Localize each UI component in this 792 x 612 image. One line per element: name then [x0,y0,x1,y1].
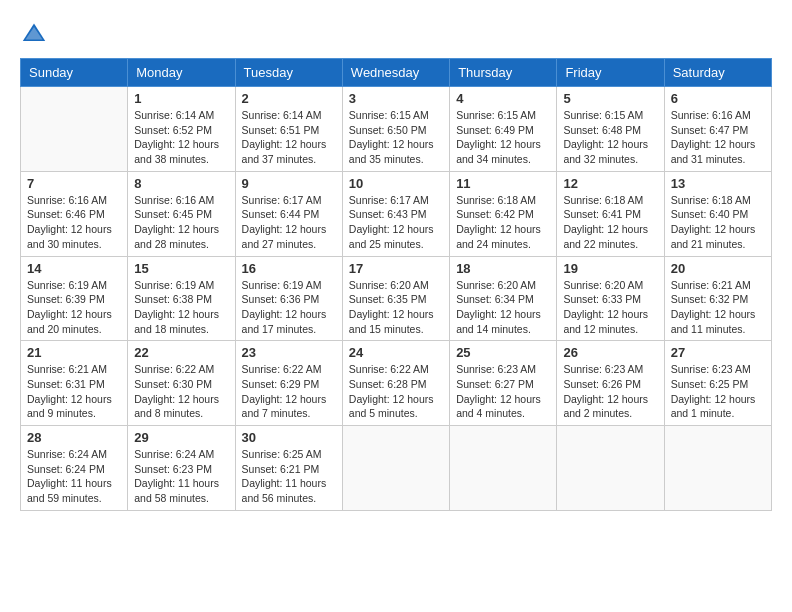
logo [20,20,52,48]
day-info: Sunrise: 6:22 AMSunset: 6:30 PMDaylight:… [134,362,228,421]
day-number: 30 [242,430,336,445]
day-number: 16 [242,261,336,276]
day-number: 6 [671,91,765,106]
day-info: Sunrise: 6:19 AMSunset: 6:39 PMDaylight:… [27,278,121,337]
calendar-cell: 18Sunrise: 6:20 AMSunset: 6:34 PMDayligh… [450,256,557,341]
calendar-cell: 6Sunrise: 6:16 AMSunset: 6:47 PMDaylight… [664,87,771,172]
day-number: 7 [27,176,121,191]
day-number: 28 [27,430,121,445]
day-info: Sunrise: 6:14 AMSunset: 6:52 PMDaylight:… [134,108,228,167]
day-number: 15 [134,261,228,276]
day-info: Sunrise: 6:18 AMSunset: 6:40 PMDaylight:… [671,193,765,252]
day-info: Sunrise: 6:14 AMSunset: 6:51 PMDaylight:… [242,108,336,167]
calendar-header-saturday: Saturday [664,59,771,87]
day-info: Sunrise: 6:22 AMSunset: 6:28 PMDaylight:… [349,362,443,421]
day-number: 10 [349,176,443,191]
calendar-header-thursday: Thursday [450,59,557,87]
day-info: Sunrise: 6:20 AMSunset: 6:34 PMDaylight:… [456,278,550,337]
day-number: 3 [349,91,443,106]
calendar-header-row: SundayMondayTuesdayWednesdayThursdayFrid… [21,59,772,87]
day-info: Sunrise: 6:22 AMSunset: 6:29 PMDaylight:… [242,362,336,421]
day-number: 8 [134,176,228,191]
calendar-cell: 14Sunrise: 6:19 AMSunset: 6:39 PMDayligh… [21,256,128,341]
day-number: 18 [456,261,550,276]
calendar: SundayMondayTuesdayWednesdayThursdayFrid… [20,58,772,511]
calendar-cell: 25Sunrise: 6:23 AMSunset: 6:27 PMDayligh… [450,341,557,426]
calendar-cell: 15Sunrise: 6:19 AMSunset: 6:38 PMDayligh… [128,256,235,341]
calendar-cell: 10Sunrise: 6:17 AMSunset: 6:43 PMDayligh… [342,171,449,256]
day-info: Sunrise: 6:15 AMSunset: 6:48 PMDaylight:… [563,108,657,167]
calendar-cell: 28Sunrise: 6:24 AMSunset: 6:24 PMDayligh… [21,426,128,511]
calendar-header-tuesday: Tuesday [235,59,342,87]
day-number: 9 [242,176,336,191]
calendar-cell [557,426,664,511]
day-info: Sunrise: 6:16 AMSunset: 6:45 PMDaylight:… [134,193,228,252]
day-number: 11 [456,176,550,191]
calendar-cell: 23Sunrise: 6:22 AMSunset: 6:29 PMDayligh… [235,341,342,426]
calendar-week-4: 28Sunrise: 6:24 AMSunset: 6:24 PMDayligh… [21,426,772,511]
day-number: 22 [134,345,228,360]
day-info: Sunrise: 6:16 AMSunset: 6:46 PMDaylight:… [27,193,121,252]
calendar-week-2: 14Sunrise: 6:19 AMSunset: 6:39 PMDayligh… [21,256,772,341]
page-header [20,20,772,48]
calendar-cell: 8Sunrise: 6:16 AMSunset: 6:45 PMDaylight… [128,171,235,256]
day-info: Sunrise: 6:18 AMSunset: 6:42 PMDaylight:… [456,193,550,252]
calendar-cell: 16Sunrise: 6:19 AMSunset: 6:36 PMDayligh… [235,256,342,341]
day-number: 19 [563,261,657,276]
calendar-cell: 12Sunrise: 6:18 AMSunset: 6:41 PMDayligh… [557,171,664,256]
calendar-cell: 2Sunrise: 6:14 AMSunset: 6:51 PMDaylight… [235,87,342,172]
calendar-cell: 22Sunrise: 6:22 AMSunset: 6:30 PMDayligh… [128,341,235,426]
calendar-cell: 26Sunrise: 6:23 AMSunset: 6:26 PMDayligh… [557,341,664,426]
calendar-cell [21,87,128,172]
calendar-cell: 19Sunrise: 6:20 AMSunset: 6:33 PMDayligh… [557,256,664,341]
calendar-cell: 5Sunrise: 6:15 AMSunset: 6:48 PMDaylight… [557,87,664,172]
calendar-cell: 17Sunrise: 6:20 AMSunset: 6:35 PMDayligh… [342,256,449,341]
day-info: Sunrise: 6:17 AMSunset: 6:43 PMDaylight:… [349,193,443,252]
day-info: Sunrise: 6:23 AMSunset: 6:25 PMDaylight:… [671,362,765,421]
day-number: 14 [27,261,121,276]
calendar-cell: 1Sunrise: 6:14 AMSunset: 6:52 PMDaylight… [128,87,235,172]
day-info: Sunrise: 6:17 AMSunset: 6:44 PMDaylight:… [242,193,336,252]
calendar-week-3: 21Sunrise: 6:21 AMSunset: 6:31 PMDayligh… [21,341,772,426]
calendar-header-monday: Monday [128,59,235,87]
day-number: 23 [242,345,336,360]
day-number: 1 [134,91,228,106]
calendar-cell [342,426,449,511]
calendar-week-0: 1Sunrise: 6:14 AMSunset: 6:52 PMDaylight… [21,87,772,172]
calendar-cell: 11Sunrise: 6:18 AMSunset: 6:42 PMDayligh… [450,171,557,256]
day-info: Sunrise: 6:16 AMSunset: 6:47 PMDaylight:… [671,108,765,167]
calendar-cell: 7Sunrise: 6:16 AMSunset: 6:46 PMDaylight… [21,171,128,256]
day-number: 25 [456,345,550,360]
day-info: Sunrise: 6:21 AMSunset: 6:32 PMDaylight:… [671,278,765,337]
calendar-cell: 13Sunrise: 6:18 AMSunset: 6:40 PMDayligh… [664,171,771,256]
day-info: Sunrise: 6:15 AMSunset: 6:50 PMDaylight:… [349,108,443,167]
calendar-header-sunday: Sunday [21,59,128,87]
day-number: 13 [671,176,765,191]
calendar-cell: 3Sunrise: 6:15 AMSunset: 6:50 PMDaylight… [342,87,449,172]
day-number: 21 [27,345,121,360]
day-info: Sunrise: 6:23 AMSunset: 6:26 PMDaylight:… [563,362,657,421]
calendar-cell: 9Sunrise: 6:17 AMSunset: 6:44 PMDaylight… [235,171,342,256]
day-info: Sunrise: 6:24 AMSunset: 6:24 PMDaylight:… [27,447,121,506]
calendar-cell: 30Sunrise: 6:25 AMSunset: 6:21 PMDayligh… [235,426,342,511]
day-number: 12 [563,176,657,191]
day-number: 24 [349,345,443,360]
calendar-cell: 24Sunrise: 6:22 AMSunset: 6:28 PMDayligh… [342,341,449,426]
calendar-cell: 21Sunrise: 6:21 AMSunset: 6:31 PMDayligh… [21,341,128,426]
calendar-header-wednesday: Wednesday [342,59,449,87]
day-number: 20 [671,261,765,276]
day-info: Sunrise: 6:20 AMSunset: 6:33 PMDaylight:… [563,278,657,337]
day-info: Sunrise: 6:21 AMSunset: 6:31 PMDaylight:… [27,362,121,421]
calendar-cell: 20Sunrise: 6:21 AMSunset: 6:32 PMDayligh… [664,256,771,341]
day-number: 5 [563,91,657,106]
day-info: Sunrise: 6:19 AMSunset: 6:38 PMDaylight:… [134,278,228,337]
logo-icon [20,20,48,48]
day-info: Sunrise: 6:24 AMSunset: 6:23 PMDaylight:… [134,447,228,506]
day-info: Sunrise: 6:23 AMSunset: 6:27 PMDaylight:… [456,362,550,421]
day-info: Sunrise: 6:15 AMSunset: 6:49 PMDaylight:… [456,108,550,167]
day-number: 29 [134,430,228,445]
calendar-cell: 29Sunrise: 6:24 AMSunset: 6:23 PMDayligh… [128,426,235,511]
calendar-header-friday: Friday [557,59,664,87]
day-number: 4 [456,91,550,106]
day-number: 27 [671,345,765,360]
